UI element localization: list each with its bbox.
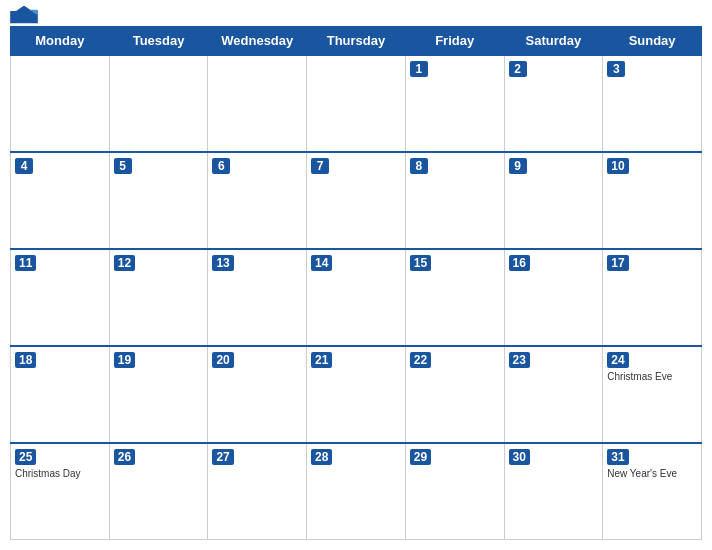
calendar-cell: 14 — [307, 249, 406, 346]
day-number: 20 — [212, 352, 233, 368]
calendar-cell: 30 — [504, 443, 603, 540]
weekday-saturday: Saturday — [504, 27, 603, 56]
calendar-cell — [109, 55, 208, 152]
calendar-header — [10, 10, 702, 20]
calendar-cell: 1 — [405, 55, 504, 152]
logo — [10, 6, 38, 25]
day-number: 9 — [509, 158, 527, 174]
day-number: 15 — [410, 255, 431, 271]
day-number: 6 — [212, 158, 230, 174]
day-number: 3 — [607, 61, 625, 77]
event-label: New Year's Eve — [607, 468, 697, 480]
calendar-cell — [307, 55, 406, 152]
calendar-cell: 16 — [504, 249, 603, 346]
calendar-cell: 26 — [109, 443, 208, 540]
calendar-cell: 7 — [307, 152, 406, 249]
calendar-cell: 5 — [109, 152, 208, 249]
day-number: 11 — [15, 255, 36, 271]
calendar-cell: 11 — [11, 249, 110, 346]
day-number: 27 — [212, 449, 233, 465]
week-row-5: 25Christmas Day262728293031New Year's Ev… — [11, 443, 702, 540]
calendar-cell: 9 — [504, 152, 603, 249]
calendar-table: MondayTuesdayWednesdayThursdayFridaySatu… — [10, 26, 702, 540]
calendar-cell: 2 — [504, 55, 603, 152]
weekday-friday: Friday — [405, 27, 504, 56]
calendar-cell: 19 — [109, 346, 208, 443]
day-number: 17 — [607, 255, 628, 271]
calendar-wrapper: MondayTuesdayWednesdayThursdayFridaySatu… — [10, 10, 702, 540]
day-number: 21 — [311, 352, 332, 368]
calendar-cell — [11, 55, 110, 152]
calendar-cell: 28 — [307, 443, 406, 540]
week-row-1: 123 — [11, 55, 702, 152]
week-row-3: 11121314151617 — [11, 249, 702, 346]
calendar-cell: 3 — [603, 55, 702, 152]
calendar-cell: 22 — [405, 346, 504, 443]
calendar-cell: 10 — [603, 152, 702, 249]
day-number: 10 — [607, 158, 628, 174]
calendar-cell: 27 — [208, 443, 307, 540]
day-number: 29 — [410, 449, 431, 465]
day-number: 30 — [509, 449, 530, 465]
day-number: 5 — [114, 158, 132, 174]
day-number: 19 — [114, 352, 135, 368]
week-row-4: 18192021222324Christmas Eve — [11, 346, 702, 443]
day-number: 13 — [212, 255, 233, 271]
event-label: Christmas Day — [15, 468, 105, 480]
calendar-cell: 13 — [208, 249, 307, 346]
calendar-cell: 17 — [603, 249, 702, 346]
weekday-header-row: MondayTuesdayWednesdayThursdayFridaySatu… — [11, 27, 702, 56]
calendar-cell — [208, 55, 307, 152]
weekday-wednesday: Wednesday — [208, 27, 307, 56]
day-number: 1 — [410, 61, 428, 77]
calendar-cell: 6 — [208, 152, 307, 249]
event-label: Christmas Eve — [607, 371, 697, 383]
calendar-cell: 8 — [405, 152, 504, 249]
calendar-cell: 29 — [405, 443, 504, 540]
weekday-tuesday: Tuesday — [109, 27, 208, 56]
weekday-thursday: Thursday — [307, 27, 406, 56]
day-number: 24 — [607, 352, 628, 368]
calendar-cell: 21 — [307, 346, 406, 443]
day-number: 23 — [509, 352, 530, 368]
calendar-cell: 4 — [11, 152, 110, 249]
day-number: 2 — [509, 61, 527, 77]
weekday-monday: Monday — [11, 27, 110, 56]
weekday-sunday: Sunday — [603, 27, 702, 56]
calendar-cell: 25Christmas Day — [11, 443, 110, 540]
day-number: 14 — [311, 255, 332, 271]
day-number: 12 — [114, 255, 135, 271]
logo-icon — [10, 6, 38, 24]
day-number: 4 — [15, 158, 33, 174]
calendar-cell: 15 — [405, 249, 504, 346]
calendar-cell: 24Christmas Eve — [603, 346, 702, 443]
calendar-cell: 12 — [109, 249, 208, 346]
day-number: 7 — [311, 158, 329, 174]
day-number: 16 — [509, 255, 530, 271]
day-number: 26 — [114, 449, 135, 465]
week-row-2: 45678910 — [11, 152, 702, 249]
day-number: 28 — [311, 449, 332, 465]
calendar-cell: 18 — [11, 346, 110, 443]
calendar-cell: 31New Year's Eve — [603, 443, 702, 540]
day-number: 31 — [607, 449, 628, 465]
day-number: 22 — [410, 352, 431, 368]
day-number: 8 — [410, 158, 428, 174]
calendar-cell: 20 — [208, 346, 307, 443]
calendar-cell: 23 — [504, 346, 603, 443]
day-number: 18 — [15, 352, 36, 368]
day-number: 25 — [15, 449, 36, 465]
